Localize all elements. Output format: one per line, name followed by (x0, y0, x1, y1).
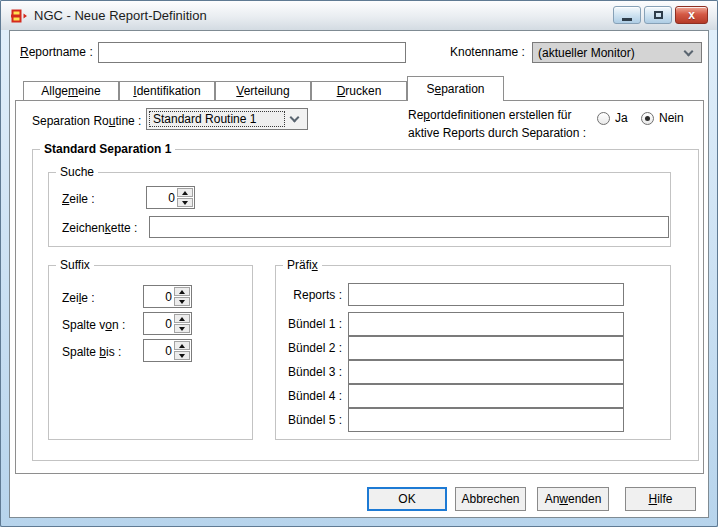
suffix-zeile-label: Zeile : (62, 291, 95, 305)
reportname-input[interactable] (98, 42, 406, 63)
zeichenkette-input[interactable] (149, 216, 669, 238)
suche-zeile-spinner[interactable] (146, 186, 195, 209)
spin-down-button[interactable] (174, 351, 190, 360)
buendel-5-label: Bündel 5 : (280, 413, 342, 427)
buendel-4-input[interactable] (348, 384, 624, 408)
suffix-group-title: Suffix (56, 258, 94, 272)
spin-buttons (177, 188, 193, 207)
dialog-window: NGC - Neue Report-Definition x Reportnam… (0, 0, 718, 527)
arrow-down-icon (179, 327, 185, 331)
buendel-1-label: Bündel 1 : (280, 317, 342, 331)
anwenden-button-label: Anwenden (545, 492, 602, 506)
buendel-3-input[interactable] (348, 360, 624, 384)
spin-up-button[interactable] (174, 287, 190, 296)
spin-down-button[interactable] (174, 297, 190, 306)
knotenname-combobox[interactable]: (aktueller Monitor) (532, 42, 702, 63)
radio-nein-label: Nein (659, 111, 684, 125)
separation-routine-value: Standard Routine 1 (153, 112, 256, 126)
minimize-icon (622, 18, 632, 21)
buendel-3-label: Bündel 3 : (280, 365, 342, 379)
suffix-zeile-spinner[interactable] (143, 285, 192, 308)
reportname-label: Reportname : (20, 45, 93, 59)
spin-up-button[interactable] (174, 341, 190, 350)
standard-separation-group-title: Standard Separation 1 (40, 142, 175, 156)
radio-nein-circle-icon[interactable] (641, 112, 654, 125)
spalte-bis-label: Spalte bis : (62, 345, 121, 359)
buendel-2-label: Bündel 2 : (280, 341, 342, 355)
standard-separation-group: Standard Separation 1 Suche Zeile : Zeic… (32, 149, 699, 461)
spalte-von-spinner[interactable] (143, 312, 192, 335)
spin-buttons (174, 314, 190, 333)
spin-buttons (174, 341, 190, 360)
reports-input[interactable] (348, 283, 624, 306)
hilfe-button-label: Hilfe (648, 492, 672, 506)
maximize-icon (654, 11, 663, 19)
tab-identifikation[interactable]: Identifikation (119, 81, 215, 100)
suche-group: Suche Zeile : Zeichenkette : (48, 172, 671, 247)
tab-separation[interactable]: Separation (407, 76, 504, 101)
combobox-focus-rect: Standard Routine 1 (149, 111, 285, 127)
anwenden-button[interactable]: Anwenden (537, 487, 609, 511)
spin-down-button[interactable] (174, 324, 190, 333)
suffix-group: Suffix Zeile : Spalte von : (48, 265, 253, 440)
radio-ja-label: Ja (615, 111, 628, 125)
buendel-1-input[interactable] (348, 312, 624, 336)
hilfe-button[interactable]: Hilfe (625, 487, 696, 511)
dialog-content: Reportname : Knotenname : (aktueller Mon… (9, 30, 709, 518)
chevron-down-icon (290, 113, 300, 123)
spalte-bis-spinner[interactable] (143, 339, 192, 362)
tab-drucken[interactable]: Drucken (311, 81, 407, 100)
reportdefs-label-line2: aktive Reports durch Separation : (408, 126, 586, 140)
separation-tab-page: Separation Routine : Standard Routine 1 … (15, 100, 704, 474)
minimize-button[interactable] (613, 6, 641, 24)
app-icon (11, 8, 27, 24)
spin-up-button[interactable] (177, 188, 193, 197)
ok-button-label: OK (398, 492, 415, 506)
ok-button[interactable]: OK (367, 487, 447, 511)
window-title: NGC - Neue Report-Definition (34, 8, 207, 23)
spalte-von-input[interactable] (144, 313, 174, 334)
separation-routine-combobox[interactable]: Standard Routine 1 (146, 108, 308, 130)
spin-up-button[interactable] (174, 314, 190, 323)
praefix-group-title: Präfix (283, 258, 322, 272)
knotenname-label: Knotenname : (450, 45, 525, 59)
close-button[interactable]: x (675, 6, 708, 24)
spalte-bis-input[interactable] (144, 340, 174, 361)
suche-zeile-input[interactable] (147, 187, 177, 208)
reports-label: Reports : (280, 288, 342, 302)
abbrechen-button[interactable]: Abbrechen (455, 487, 526, 511)
arrow-up-icon (179, 344, 185, 348)
text-part: eportname : (29, 45, 93, 59)
tab-label: Allgemeine (41, 84, 100, 98)
reportdefs-label-line1: Reportdefinitionen erstellen für (408, 108, 571, 122)
text-part: R (20, 45, 29, 59)
tab-verteilung[interactable]: Verteilung (215, 81, 311, 100)
tab-allgemeine[interactable]: Allgemeine (23, 81, 119, 100)
radio-nein[interactable]: Nein (641, 111, 684, 125)
chevron-down-icon (684, 46, 694, 56)
tab-label: Verteilung (236, 84, 289, 98)
spin-buttons (174, 287, 190, 306)
tab-label: Identifikation (133, 84, 200, 98)
radio-ja-circle-icon[interactable] (597, 112, 610, 125)
arrow-down-icon (179, 354, 185, 358)
title-bar[interactable]: NGC - Neue Report-Definition x (1, 1, 717, 30)
spin-down-button[interactable] (177, 198, 193, 207)
close-icon: x (688, 9, 695, 21)
arrow-up-icon (182, 191, 188, 195)
suffix-zeile-input[interactable] (144, 286, 174, 307)
buendel-2-input[interactable] (348, 336, 624, 360)
tab-label: Drucken (337, 84, 382, 98)
zeichenkette-label: Zeichenkette : (62, 221, 137, 235)
spalte-von-label: Spalte von : (62, 318, 125, 332)
window-controls: x (613, 6, 708, 24)
buendel-4-label: Bündel 4 : (280, 389, 342, 403)
arrow-up-icon (179, 317, 185, 321)
maximize-button[interactable] (644, 6, 672, 24)
tab-strip: Allgemeine Identifikation Verteilung Dru… (23, 76, 504, 101)
radio-ja[interactable]: Ja (597, 111, 628, 125)
knotenname-value: (aktueller Monitor) (533, 46, 685, 60)
suche-zeile-label: Zeile : (62, 192, 95, 206)
arrow-up-icon (179, 290, 185, 294)
buendel-5-input[interactable] (348, 408, 624, 432)
